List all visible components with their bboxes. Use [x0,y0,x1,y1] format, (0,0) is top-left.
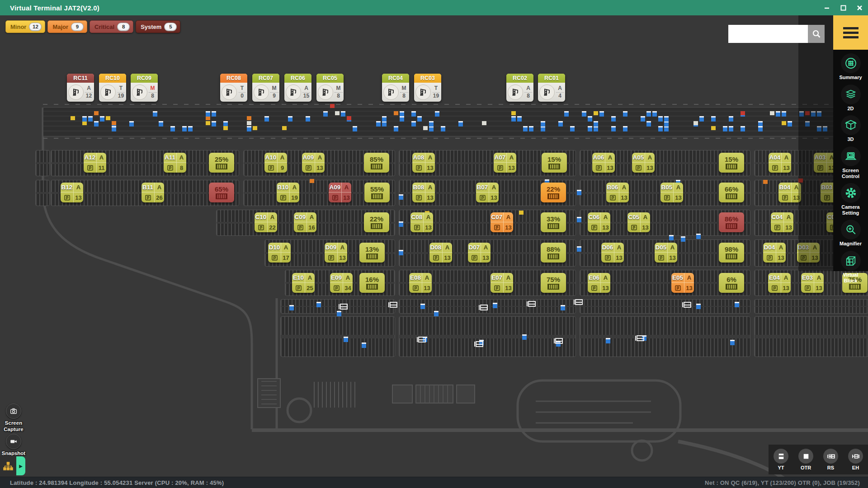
block-card-b06[interactable]: B06A13 [606,183,629,202]
crane-card-rc09[interactable]: RC09M8 [131,74,158,102]
block-card-a09[interactable]: A09A13 [302,153,325,173]
sidebar-item-camera-setting[interactable]: CameraSetting [833,183,868,216]
occupancy-gauge[interactable]: 88% [541,243,566,263]
block-card-a10[interactable]: A10A9 [264,153,287,173]
block-card-a12[interactable]: A12A11 [84,153,106,173]
layout-tree-button[interactable] [0,455,16,477]
block-card-b05[interactable]: B05A13 [660,183,683,202]
block-card-d07[interactable]: D07A13 [468,243,491,263]
block-name: A09 [302,153,315,163]
block-card-c06[interactable]: C06A13 [588,212,610,232]
alarm-badge-critical[interactable]: Critical8 [90,20,133,33]
block-card-a06[interactable]: A06A13 [592,153,615,173]
block-card-a11[interactable]: A11A8 [164,153,186,173]
crane-card-rc02[interactable]: RC02A8 [506,74,533,102]
block-card-b04[interactable]: B04A13 [778,183,801,202]
occupancy-gauge[interactable]: 85% [364,153,389,173]
block-card-e10[interactable]: E10A25 [292,273,315,293]
occupancy-gauge[interactable]: 22% [541,183,566,202]
equipment-toggle-yt[interactable]: YT [774,449,788,470]
block-card-a09[interactable]: A09A13 [329,183,351,202]
block-card-e05[interactable]: E05A13 [671,273,694,293]
block-card-d05[interactable]: D05A13 [655,243,677,263]
occupancy-gauge[interactable]: 65% [209,183,234,202]
block-card-e03[interactable]: E03A13 [801,273,824,293]
sidebar-item-virtual-block[interactable]: VirtualBlock [833,251,868,283]
menu-button[interactable] [833,15,868,50]
occupancy-gauge[interactable]: 98% [719,243,744,263]
occupancy-gauge[interactable]: 22% [364,212,389,232]
close-button[interactable] [854,3,864,13]
handler-icon [410,222,424,232]
block-card-b08[interactable]: B08A13 [412,183,435,202]
block-card-b12[interactable]: B12A13 [61,183,83,202]
drawer-handle[interactable]: ▶ [16,456,25,475]
block-card-e07[interactable]: E07A13 [491,273,513,293]
sidebar-item-magnifier[interactable]: Magnifier [833,220,868,247]
occupancy-gauge[interactable]: 16% [359,273,385,293]
block-card-b11[interactable]: B11A26 [142,183,164,202]
tool-snapshot[interactable]: Snapshot [0,434,27,457]
block-card-c04[interactable]: C04A13 [771,212,793,232]
sidebar-item-3d[interactable]: 3D [833,115,868,142]
block-card-c08[interactable]: C08A13 [410,212,433,232]
search-input[interactable] [728,25,808,43]
crane-card-rc06[interactable]: RC06A15 [284,74,311,102]
occupancy-gauge[interactable]: 66% [719,183,744,202]
block-card-a08[interactable]: A08A13 [412,153,435,173]
block-card-b10[interactable]: B10A19 [277,183,299,202]
block-card-c10[interactable]: C10A22 [255,212,277,232]
occupancy-gauge[interactable]: 6% [719,273,744,293]
sidebar-item-2d[interactable]: 2D [833,84,868,112]
crane-card-rc10[interactable]: RC10T19 [99,74,126,102]
occupancy-gauge[interactable]: 15% [542,153,567,173]
crane-card-rc07[interactable]: RC07M9 [252,74,279,102]
block-card-d04[interactable]: D04A13 [763,243,786,263]
container-marker [206,121,210,125]
block-card-d10[interactable]: D10A17 [268,243,291,263]
occupancy-gauge[interactable]: 86% [719,212,744,232]
block-card-c07[interactable]: C07A13 [491,212,513,232]
occupancy-percent: 98% [725,246,738,253]
crane-card-rc04[interactable]: RC04M8 [382,74,409,102]
block-name: E06 [588,273,601,283]
equipment-toggle-rs[interactable]: RS [823,449,838,470]
block-card-c05[interactable]: C05A13 [627,212,650,232]
block-card-e09[interactable]: E09A34 [330,273,353,293]
tool-screen-capture[interactable]: ScreenCapture [0,404,27,433]
sidebar-item-summary[interactable]: Summary [833,53,868,80]
block-card-e08[interactable]: E08A13 [409,273,432,293]
block-card-d09[interactable]: D09A13 [325,243,347,263]
equipment-toggle-eh[interactable]: EH [848,449,863,470]
occupancy-gauge[interactable]: 15% [719,153,744,173]
crane-card-rc03[interactable]: RC03T19 [414,74,441,102]
block-card-c09[interactable]: C09A16 [294,212,316,232]
crane-card-rc11[interactable]: RC11A12 [67,74,94,102]
alarm-badge-system[interactable]: System5 [136,20,180,33]
minimize-button[interactable] [822,3,832,13]
search-button[interactable] [808,25,825,43]
occupancy-gauge[interactable]: 25% [209,153,234,173]
block-card-b07[interactable]: B07A13 [476,183,499,202]
block-card-e04[interactable]: E04A13 [768,273,791,293]
crane-card-rc05[interactable]: RC05M8 [316,74,344,102]
sidebar-item-screen-control[interactable]: ScreenControl [833,146,868,179]
alarm-badge-major[interactable]: Major9 [47,20,87,33]
crane-card-rc01[interactable]: RC01A4 [538,74,565,102]
block-card-a07[interactable]: A07A13 [494,153,516,173]
occupancy-gauge[interactable]: 75% [541,273,566,293]
crane-card-rc08[interactable]: RC08T0 [220,74,247,102]
equipment-toggle-otr[interactable]: OTR [798,449,813,470]
maximize-button[interactable] [838,3,848,13]
block-card-d06[interactable]: D06A13 [601,243,624,263]
alarm-badge-minor[interactable]: Minor12 [5,20,45,33]
block-card-a04[interactable]: A04A13 [769,153,791,173]
block-card-e06[interactable]: E06A13 [588,273,610,293]
container-marker [253,126,257,130]
occupancy-gauge[interactable]: 55% [364,183,390,202]
block-count: 13 [782,163,791,173]
block-card-a05[interactable]: A05A13 [632,153,655,173]
occupancy-gauge[interactable]: 33% [541,212,566,232]
occupancy-gauge[interactable]: 13% [359,243,385,263]
block-card-d08[interactable]: D08A13 [429,243,452,263]
